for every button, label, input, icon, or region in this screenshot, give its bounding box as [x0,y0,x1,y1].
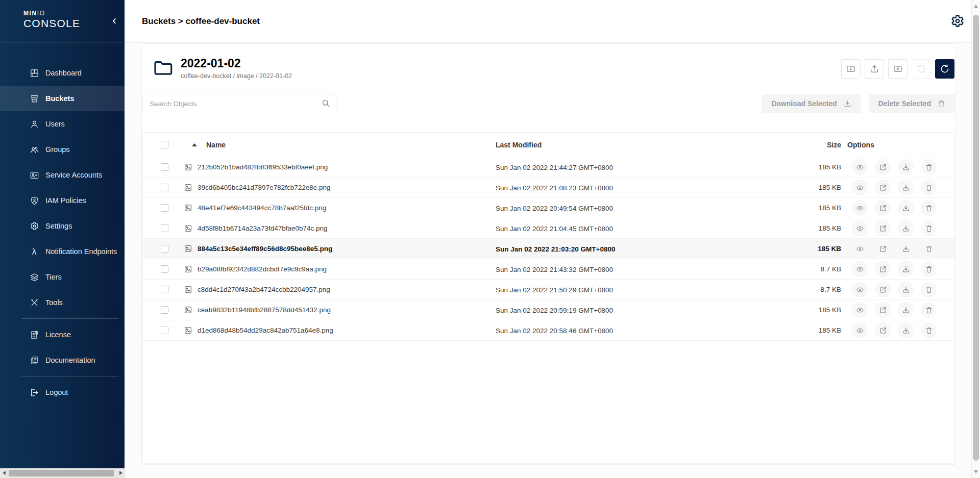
scroll-left-arrow-icon[interactable] [3,471,6,475]
row-action-delete[interactable] [921,220,937,236]
row-options-cell [841,159,954,175]
row-action-download[interactable] [898,159,914,175]
horizontal-scroll-thumb[interactable] [9,470,114,476]
row-action-delete[interactable] [921,261,937,277]
object-name[interactable]: 4d58f8b1b6714a23a73fd47bfae0b74c.png [198,224,328,232]
sidebar-collapse-icon[interactable]: ‹ [112,13,116,28]
object-name[interactable]: 48e41ef7e69c443494cc78b7aaf25fdc.png [198,204,326,212]
row-action-share[interactable] [875,261,891,277]
create-new-path-button[interactable] [841,59,861,79]
row-action-download[interactable] [898,220,914,236]
row-checkbox[interactable] [161,306,168,314]
sidebar-item-dashboard[interactable]: Dashboard [0,60,125,86]
table-row[interactable]: 884a5c13c5e34eff89c56d8c95bee8e5.png Sun… [143,239,954,259]
row-action-preview[interactable] [852,180,868,195]
select-all-checkbox[interactable] [161,141,168,148]
row-action-preview[interactable] [852,159,868,175]
table-row[interactable]: d1ed868d48b54dd29ac842ab751a64e8.png Sun… [143,320,954,341]
row-action-delete[interactable] [921,302,937,318]
object-name[interactable]: 884a5c13c5e34eff89c56d8c95bee8e5.png [198,245,332,253]
object-path-breadcrumb[interactable]: coffee-dev-bucket / image / 2022-01-02 [181,72,292,80]
row-action-delete[interactable] [921,241,937,257]
sidebar-item-buckets[interactable]: Buckets [0,86,125,111]
row-action-share[interactable] [875,220,891,236]
row-action-share[interactable] [875,322,891,338]
row-action-share[interactable] [875,180,891,195]
row-checkbox[interactable] [161,265,168,273]
row-action-download[interactable] [898,322,914,338]
row-action-preview[interactable] [852,322,868,338]
image-file-icon [184,244,192,253]
row-checkbox[interactable] [161,163,168,171]
row-action-delete[interactable] [921,322,937,338]
row-action-share[interactable] [875,282,891,297]
download-selected-button[interactable]: Download Selected [762,94,861,113]
row-action-download[interactable] [898,241,914,257]
scroll-up-arrow-icon[interactable] [974,5,978,8]
table-row[interactable]: c8dd4c1d270f43a2b4724ccbb2204957.png Sun… [143,280,954,300]
object-name[interactable]: c8dd4c1d270f43a2b4724ccbb2204957.png [198,286,330,293]
sidebar-item-service-accounts[interactable]: Service Accounts [0,162,125,188]
row-action-preview[interactable] [852,261,868,277]
sidebar-item-tiers[interactable]: Tiers [0,264,125,290]
row-checkbox[interactable] [161,184,168,191]
object-name[interactable]: d1ed868d48b54dd29ac842ab751a64e8.png [198,326,333,334]
settings-gear-icon[interactable] [950,14,965,29]
upload-folder-button[interactable] [888,59,908,79]
object-name[interactable]: ceab9832b11948bfb2887578dd451432.png [198,306,331,314]
object-name[interactable]: b29a08fbf92342d882dcbdf7e9c9c9aa.png [198,265,327,273]
object-name[interactable]: 39cd6b405bc241d7897e782fcb722e8e.png [198,184,331,191]
upload-file-button[interactable] [865,59,884,79]
row-checkbox[interactable] [161,245,168,253]
row-action-delete[interactable] [921,180,937,195]
search-input[interactable] [142,94,336,113]
sort-asc-icon[interactable] [192,143,197,146]
reload-button[interactable] [935,59,954,79]
scroll-down-arrow-icon[interactable] [974,470,978,473]
sidebar-item-logout[interactable]: Logout [0,380,125,405]
vertical-scrollbar[interactable] [971,0,980,478]
row-action-download[interactable] [898,200,914,216]
vertical-scroll-thumb[interactable] [973,15,979,461]
column-name[interactable]: Name [206,141,226,149]
row-action-download[interactable] [898,180,914,195]
table-row[interactable]: 4d58f8b1b6714a23a73fd47bfae0b74c.png Sun… [143,218,954,239]
row-action-preview[interactable] [852,241,868,257]
row-action-share[interactable] [875,200,891,216]
row-action-share[interactable] [875,159,891,175]
sidebar-item-iam-policies[interactable]: IAM Policies [0,188,125,213]
row-action-preview[interactable] [852,302,868,318]
sidebar-item-notification-endpoints[interactable]: Notification Endpoints [0,239,125,264]
table-row[interactable]: 212b052b1bad482fb8369533ebf0aeef.png Sun… [143,157,954,178]
sidebar-item-groups[interactable]: Groups [0,137,125,162]
row-action-delete[interactable] [921,200,937,216]
row-action-download[interactable] [898,282,914,297]
row-checkbox[interactable] [161,326,168,334]
row-checkbox[interactable] [161,286,168,293]
sidebar-item-tools[interactable]: Tools [0,290,125,315]
table-row[interactable]: b29a08fbf92342d882dcbdf7e9c9c9aa.png Sun… [143,259,954,280]
row-action-preview[interactable] [852,282,868,297]
share-icon [879,265,887,273]
row-action-share[interactable] [875,302,891,318]
table-row[interactable]: 39cd6b405bc241d7897e782fcb722e8e.png Sun… [143,178,954,198]
sidebar-item-settings[interactable]: Settings [0,213,125,239]
row-action-preview[interactable] [852,200,868,216]
table-row[interactable]: 48e41ef7e69c443494cc78b7aaf25fdc.png Sun… [143,198,954,218]
horizontal-scrollbar[interactable] [0,468,125,478]
object-name[interactable]: 212b052b1bad482fb8369533ebf0aeef.png [198,163,328,171]
row-action-delete[interactable] [921,282,937,297]
table-row[interactable]: ceab9832b11948bfb2887578dd451432.png Sun… [143,300,954,320]
sidebar-item-users[interactable]: Users [0,111,125,137]
delete-selected-button[interactable]: Delete Selected [869,94,955,113]
row-action-download[interactable] [898,261,914,277]
sidebar-item-documentation[interactable]: Documentation [0,347,125,373]
row-action-delete[interactable] [921,159,937,175]
scroll-right-arrow-icon[interactable] [119,471,122,475]
sidebar-item-license[interactable]: License [0,322,125,347]
row-checkbox[interactable] [161,204,168,212]
row-checkbox[interactable] [161,224,168,232]
row-action-share[interactable] [875,241,891,257]
row-action-preview[interactable] [852,220,868,236]
row-action-download[interactable] [898,302,914,318]
